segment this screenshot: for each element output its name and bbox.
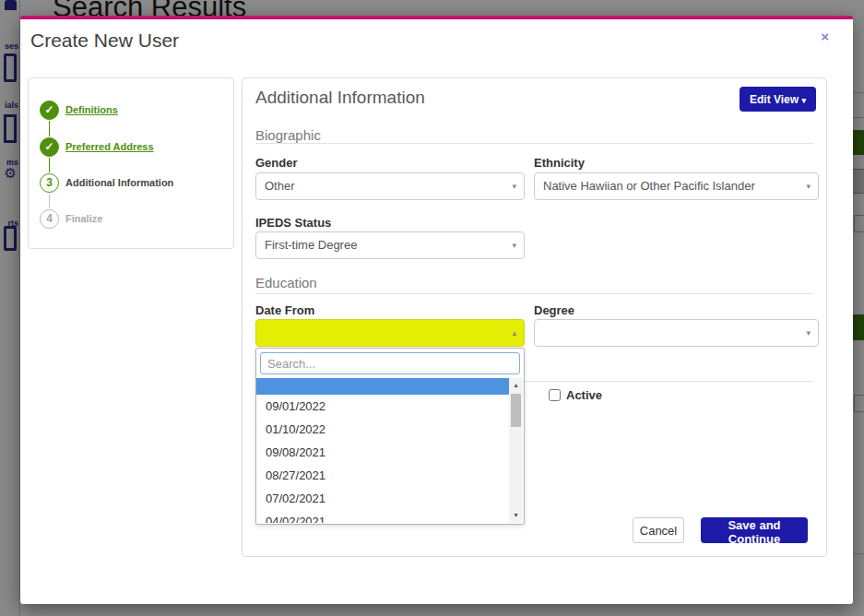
caret-down-icon — [806, 320, 811, 346]
create-user-modal: Create New User × Definitions Preferred … — [20, 16, 853, 604]
dropdown-option[interactable]: 01/10/2022 — [256, 418, 509, 441]
panel-title: Additional Information — [255, 88, 425, 108]
stepper-connector — [49, 121, 50, 136]
gender-value: Other — [265, 179, 295, 193]
gender-select[interactable]: Other — [255, 172, 525, 200]
caret-up-icon — [512, 320, 516, 346]
step-number-circle: 3 — [40, 173, 59, 193]
degree-select[interactable] — [534, 319, 819, 347]
section-heading-education: Education — [255, 275, 317, 290]
stepper-link-preferred-address[interactable]: Preferred Address — [65, 137, 154, 157]
gender-label: Gender — [255, 156, 525, 170]
scroll-up-icon[interactable] — [509, 379, 523, 392]
step-number-circle: 4 — [40, 209, 59, 229]
scroll-down-icon[interactable] — [509, 509, 523, 522]
additional-info-panel: Additional Information Edit View Biograp… — [242, 77, 827, 557]
active-label: Active — [566, 388, 602, 402]
date-from-select[interactable] — [255, 319, 525, 347]
dropdown-option[interactable]: 08/27/2021 — [256, 464, 509, 487]
edit-view-button[interactable]: Edit View — [740, 87, 816, 112]
date-from-dropdown: 09/01/202201/10/202209/08/202108/27/2021… — [255, 348, 525, 525]
dropdown-search-input[interactable] — [260, 352, 520, 374]
caret-down-icon — [512, 232, 516, 258]
edit-view-label: Edit View — [750, 93, 799, 106]
check-icon — [40, 137, 59, 157]
caret-down-icon — [801, 96, 806, 105]
active-checkbox[interactable] — [549, 389, 561, 401]
caret-down-icon — [806, 173, 811, 199]
section-heading-biographic: Biographic — [255, 127, 321, 143]
divider — [255, 293, 813, 294]
stepper-connector — [49, 194, 50, 208]
dropdown-option[interactable]: 09/08/2021 — [256, 441, 509, 464]
dropdown-option[interactable] — [256, 378, 509, 395]
ipeds-status-select[interactable]: First-time Degree — [255, 231, 525, 259]
ipeds-status-value: First-time Degree — [265, 238, 357, 252]
dropdown-option[interactable]: 09/01/2022 — [256, 395, 509, 418]
stepper-connector — [49, 158, 50, 172]
scrollbar-thumb[interactable] — [511, 394, 521, 427]
modal-title: Create New User — [30, 30, 179, 52]
caret-down-icon — [512, 173, 516, 199]
stepper-label-finalize: Finalize — [65, 209, 102, 229]
save-and-continue-button[interactable]: Save and Continue — [701, 517, 808, 543]
ethnicity-label: Ethnicity — [534, 156, 819, 170]
ethnicity-select[interactable]: Native Hawiian or Other Pacific Islander — [534, 172, 819, 200]
close-icon[interactable]: × — [821, 30, 829, 44]
ipeds-status-label: IPEDS Status — [255, 216, 525, 230]
check-icon — [40, 101, 59, 120]
divider — [255, 143, 813, 144]
cancel-button[interactable]: Cancel — [633, 517, 684, 543]
stepper-panel: Definitions Preferred Address 3 Addition… — [28, 77, 234, 249]
dropdown-scrollbar — [509, 378, 523, 523]
ethnicity-value: Native Hawiian or Other Pacific Islander — [543, 179, 755, 193]
date-from-label: Date From — [255, 303, 525, 317]
degree-label: Degree — [534, 303, 819, 317]
dropdown-option[interactable]: 07/02/2021 — [256, 487, 509, 510]
stepper-link-definitions[interactable]: Definitions — [65, 101, 118, 120]
date-options-list: 09/01/202201/10/202209/08/202108/27/2021… — [256, 378, 524, 523]
stepper-label-additional-information: Additional Information — [65, 173, 173, 193]
dropdown-option[interactable]: 04/02/2021 — [256, 510, 509, 523]
